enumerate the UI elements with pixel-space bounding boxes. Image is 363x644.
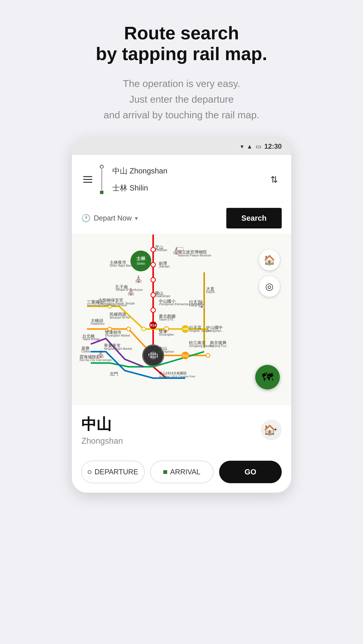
svg-text:Taipei EYE: Taipei EYE <box>159 318 174 321</box>
home-add-icon: 🏠+ <box>263 424 279 436</box>
subtitle: The operation is very easy. Just enter t… <box>38 76 325 123</box>
svg-text:R14: R14 <box>150 324 156 327</box>
svg-text:Zhongshan: Zhongshan <box>159 350 174 353</box>
hamburger-line-3 <box>83 182 92 183</box>
route-dot-container <box>100 162 104 196</box>
svg-point-23 <box>142 327 146 331</box>
search-area: ⇅ <box>72 155 291 202</box>
svg-text:Shuanglian: Shuanglian <box>159 333 174 336</box>
svg-text:R11: R11 <box>150 356 156 359</box>
svg-text:Sanchong Elementary School: Sanchong Elementary School <box>87 304 127 307</box>
route-inputs <box>100 162 261 196</box>
home-icon: 🏠 <box>263 254 275 266</box>
status-bar: ▾ ▲ ▭ 12:30 <box>72 138 291 155</box>
arrival-label: ARRIVAL <box>170 468 200 476</box>
svg-text:⛪: ⛪ <box>172 246 181 255</box>
depart-label: Depart Now <box>94 214 132 222</box>
to-dot <box>100 191 103 194</box>
svg-text:Shilin Night Market: Shilin Night Market <box>110 264 135 267</box>
map-home-button[interactable]: 🏠 <box>259 250 280 270</box>
depart-time-selector[interactable]: 🕐 Depart Now ▾ <box>81 214 138 222</box>
svg-point-6 <box>151 278 155 282</box>
svg-point-5 <box>151 262 155 267</box>
departure-label: DEPARTURE <box>95 468 138 476</box>
hamburger-line-2 <box>83 179 92 180</box>
svg-text:Huashan 1914 Creative Park: Huashan 1914 Creative Park <box>159 375 195 378</box>
map-area[interactable]: 中山 士林 Shilin 芝山 Zhi <box>72 234 291 404</box>
svg-text:Jiantan: Jiantan <box>159 264 170 268</box>
svg-text:Taipei Bridge: Taipei Bridge <box>82 338 100 341</box>
svg-text:Zhongshan...: Zhongshan... <box>206 329 224 332</box>
battery-icon: ▭ <box>256 143 261 150</box>
svg-text:Yuanshan: Yuanshan <box>155 294 170 298</box>
svg-text:Shuanglian Market: Shuanglian Market <box>105 334 130 337</box>
chevron-down-icon: ▾ <box>135 215 138 222</box>
svg-text:O15: O15 <box>182 354 188 357</box>
add-home-station-button[interactable]: 🏠+ <box>261 420 282 440</box>
svg-text:Dazhi: Dazhi <box>206 290 215 294</box>
go-label: GO <box>245 468 256 476</box>
svg-text:O09: O09 <box>182 328 188 331</box>
svg-point-7 <box>151 293 155 297</box>
clock-icon: 🕐 <box>81 214 91 222</box>
map-background: 中山 士林 Shilin 芝山 Zhi <box>72 234 291 404</box>
svg-point-12 <box>130 250 151 271</box>
status-icons: ▾ ▲ ▭ 12:30 <box>240 142 282 150</box>
svg-text:Minquan W Rd: Minquan W Rd <box>110 316 130 319</box>
svg-point-4 <box>151 247 155 252</box>
svg-text:National Palace Museum: National Palace Museum <box>178 254 211 257</box>
svg-text:Zhishan: Zhishan <box>155 248 167 252</box>
departure-dot-icon <box>88 470 92 474</box>
wifi-icon: ▾ <box>240 143 243 150</box>
header-section: Route search by tapping rail map. The op… <box>0 0 363 138</box>
station-name-english: Zhongshan <box>81 436 123 446</box>
from-station-input[interactable] <box>109 162 261 180</box>
svg-text:Nanjing Fux...: Nanjing Fux... <box>210 344 229 348</box>
to-station-input[interactable] <box>109 180 261 196</box>
svg-point-19 <box>206 354 210 357</box>
svg-text:⛪: ⛪ <box>134 275 143 283</box>
svg-text:Shilin: Shilin <box>137 262 145 266</box>
departure-button[interactable]: DEPARTURE <box>81 461 145 483</box>
map-nav-icon: 🗺 <box>262 371 273 384</box>
swap-stations-button[interactable]: ⇅ <box>267 172 282 187</box>
map-locate-button[interactable]: ◎ <box>259 276 280 297</box>
locate-icon: ◎ <box>265 281 274 292</box>
route-connector-line <box>102 169 102 190</box>
arrival-button[interactable]: ARRIVAL <box>150 461 214 483</box>
svg-text:⛪: ⛪ <box>96 350 105 358</box>
svg-text:⛪: ⛪ <box>127 288 135 296</box>
station-name-chinese: 中山 <box>81 414 123 434</box>
search-button[interactable]: Search <box>226 208 282 228</box>
svg-text:華山1914文創園區: 華山1914文創園區 <box>159 371 187 375</box>
time-display: 12:30 <box>264 142 282 150</box>
svg-text:北門: 北門 <box>110 372 118 376</box>
svg-point-8 <box>151 308 155 312</box>
action-row: 🕐 Depart Now ▾ Search <box>72 202 291 234</box>
bottom-actions: DEPARTURE ARRIVAL GO <box>72 455 291 493</box>
svg-text:⛪: ⛪ <box>198 300 206 308</box>
station-info-text: 中山 Zhongshan <box>81 414 123 446</box>
svg-text:Cailiao: Cailiao <box>81 350 91 353</box>
signal-icon: ▲ <box>246 143 253 150</box>
svg-text:士林: 士林 <box>136 256 146 261</box>
svg-text:G14: G14 <box>150 352 156 356</box>
from-dot <box>100 165 104 168</box>
go-button[interactable]: GO <box>219 461 282 483</box>
arrival-square-icon <box>163 470 167 474</box>
svg-text:Daqiaotou: Daqiaotou <box>91 322 105 325</box>
hamburger-line-1 <box>83 176 92 177</box>
svg-text:Ningxia Night Market: Ningxia Night Market <box>104 347 132 350</box>
swap-icon: ⇅ <box>270 174 278 185</box>
station-info-panel: 中山 Zhongshan 🏠+ <box>72 404 291 455</box>
main-title: Route search by tapping rail map. <box>38 23 325 64</box>
svg-text:Xia Hai City God temple: Xia Hai City God temple <box>79 358 112 362</box>
phone-mockup: ▾ ▲ ▭ 12:30 ⇅ 🕐 <box>72 138 291 493</box>
svg-point-16 <box>127 327 130 331</box>
hamburger-menu-button[interactable] <box>81 174 94 184</box>
map-nav-button[interactable]: 🗺 <box>255 365 280 390</box>
